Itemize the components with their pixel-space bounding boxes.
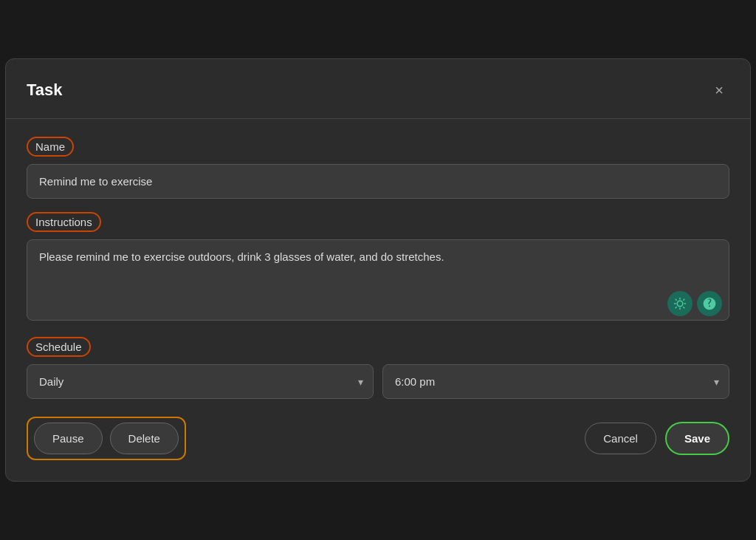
- instructions-textarea-wrapper: Please remind me to exercise outdoors, d…: [27, 239, 729, 324]
- modal-header: Task ×: [27, 80, 729, 100]
- delete-button[interactable]: Delete: [110, 423, 179, 454]
- grammarly-icon[interactable]: [697, 291, 722, 316]
- frequency-select[interactable]: Daily Weekly Monthly: [27, 364, 374, 399]
- schedule-section: Schedule Daily Weekly Monthly ▾ 6:00 pm …: [27, 337, 729, 399]
- ai-icon[interactable]: [667, 291, 693, 316]
- name-input[interactable]: [27, 164, 729, 199]
- cancel-button[interactable]: Cancel: [585, 423, 656, 454]
- textarea-icons: [667, 291, 722, 316]
- header-divider: [6, 118, 750, 119]
- svg-point-0: [677, 301, 683, 307]
- name-label: Name: [27, 137, 74, 157]
- modal-overlay: Task × Name Instructions Please remind m…: [0, 0, 756, 540]
- name-section: Name: [27, 137, 729, 199]
- footer-right-actions: Cancel Save: [585, 422, 729, 455]
- schedule-label: Schedule: [27, 337, 91, 357]
- footer-left-actions: Pause Delete: [27, 417, 186, 460]
- time-select-wrapper: 6:00 pm 7:00 pm 8:00 pm 9:00 pm ▾: [382, 364, 729, 399]
- close-button[interactable]: ×: [709, 80, 729, 100]
- pause-button[interactable]: Pause: [34, 423, 103, 454]
- modal-footer: Pause Delete Cancel Save: [27, 417, 729, 460]
- instructions-section: Instructions Please remind me to exercis…: [27, 212, 729, 324]
- frequency-select-wrapper: Daily Weekly Monthly ▾: [27, 364, 374, 399]
- modal-title: Task: [27, 81, 63, 100]
- instructions-label: Instructions: [27, 212, 101, 232]
- task-modal: Task × Name Instructions Please remind m…: [5, 58, 751, 482]
- schedule-row: Daily Weekly Monthly ▾ 6:00 pm 7:00 pm 8…: [27, 364, 729, 399]
- save-button[interactable]: Save: [665, 422, 729, 455]
- instructions-textarea[interactable]: Please remind me to exercise outdoors, d…: [27, 239, 729, 321]
- time-select[interactable]: 6:00 pm 7:00 pm 8:00 pm 9:00 pm: [382, 364, 729, 399]
